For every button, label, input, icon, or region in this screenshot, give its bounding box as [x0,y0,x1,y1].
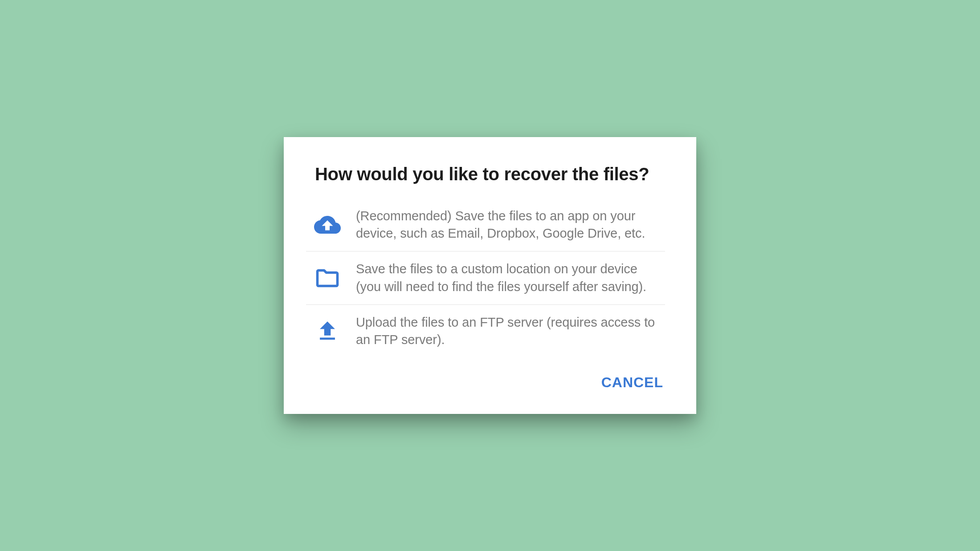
option-list: (Recommended) Save the files to an app o… [284,199,696,357]
option-text: Upload the files to an FTP server (requi… [356,314,657,348]
cancel-button[interactable]: CANCEL [600,371,665,394]
folder-icon [314,265,341,292]
cloud-upload-icon [314,211,341,238]
dialog-title: How would you like to recover the files? [284,137,696,199]
option-save-to-app[interactable]: (Recommended) Save the files to an app o… [306,199,665,251]
option-upload-ftp[interactable]: Upload the files to an FTP server (requi… [306,305,665,357]
dialog-footer: CANCEL [284,357,696,414]
option-text: (Recommended) Save the files to an app o… [356,207,657,242]
recovery-dialog: How would you like to recover the files?… [284,137,696,414]
option-save-custom-location[interactable]: Save the files to a custom location on y… [306,251,665,304]
upload-icon [314,318,341,344]
option-text: Save the files to a custom location on y… [356,260,657,295]
